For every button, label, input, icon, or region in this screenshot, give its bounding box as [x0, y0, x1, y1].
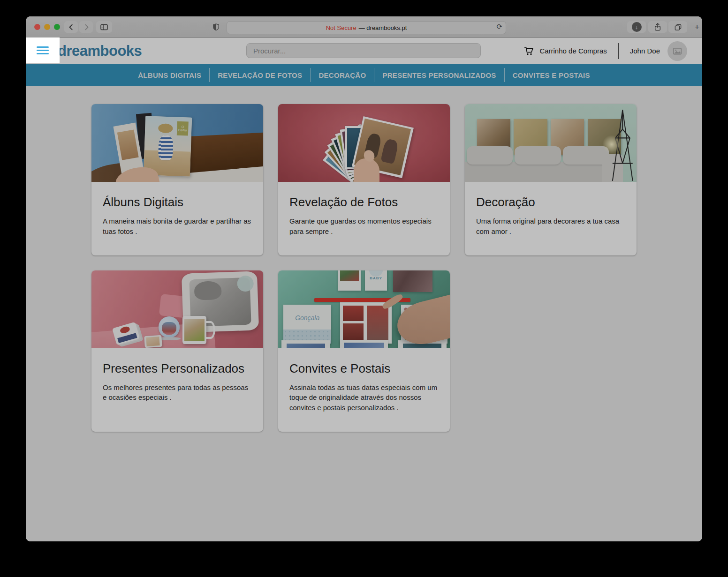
menu-button[interactable]	[37, 46, 49, 54]
hamburger-bar	[37, 53, 49, 54]
hamburger-bar	[37, 50, 49, 51]
dim-overlay	[26, 16, 702, 541]
menu-spotlight	[26, 37, 60, 63]
hamburger-bar	[37, 46, 49, 48]
browser-window: Not Secure — dreambooks.pt ⟳ ↓ + dreambo…	[26, 16, 702, 541]
